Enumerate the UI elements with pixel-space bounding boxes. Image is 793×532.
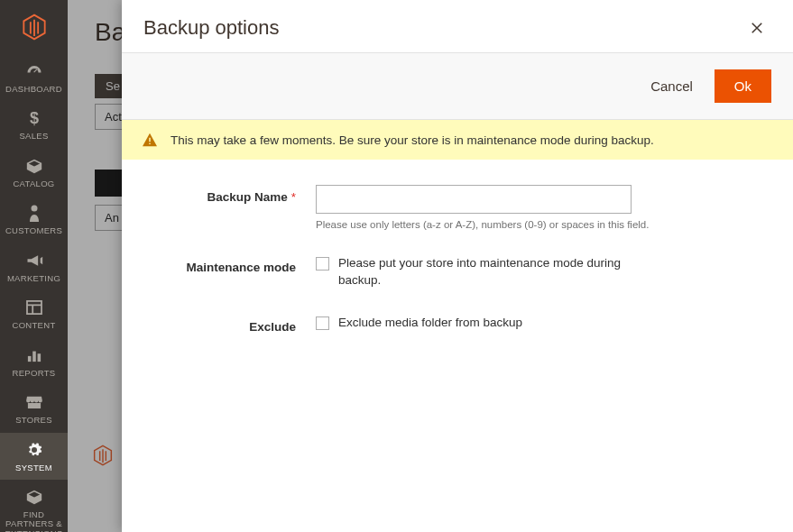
nav-label: REPORTS xyxy=(10,369,59,378)
ok-button[interactable]: Ok xyxy=(715,69,771,103)
warning-text: This may take a few moments. Be sure you… xyxy=(171,133,654,147)
close-icon xyxy=(749,20,765,36)
close-button[interactable] xyxy=(748,19,766,37)
svg-rect-7 xyxy=(37,353,41,362)
svg-rect-5 xyxy=(27,356,31,362)
nav-label: CUSTOMERS xyxy=(3,226,65,235)
nav-label: FIND PARTNERS & EXTENSIONS xyxy=(0,510,68,532)
nav-label: MARKETING xyxy=(5,274,63,283)
svg-text:$: $ xyxy=(29,109,38,127)
cancel-button[interactable]: Cancel xyxy=(645,71,698,101)
maintenance-checkbox-label: Please put your store into maintenance m… xyxy=(338,255,627,289)
nav-label: CONTENT xyxy=(9,321,58,330)
required-star: * xyxy=(291,190,296,204)
gear-icon xyxy=(26,440,42,460)
dashboard-icon xyxy=(25,61,43,81)
row-exclude: Exclude Exclude media folder from backup xyxy=(158,315,757,334)
backup-name-input[interactable] xyxy=(316,185,632,214)
nav-label: CATALOG xyxy=(10,179,57,188)
nav-label: DASHBOARD xyxy=(3,85,65,94)
layout-icon xyxy=(26,298,42,317)
partners-icon xyxy=(25,487,43,507)
nav-customers[interactable]: CUSTOMERS xyxy=(0,196,68,243)
nav-label: STORES xyxy=(13,416,55,425)
backup-name-note: Please use only letters (a-z or A-Z), nu… xyxy=(316,219,659,230)
svg-rect-6 xyxy=(32,351,36,362)
admin-sidebar: DASHBOARD $ SALES CATALOG CUSTOMERS MARK… xyxy=(0,0,68,532)
row-maintenance: Maintenance mode Please put your store i… xyxy=(158,255,757,289)
row-backup-name: Backup Name* Please use only letters (a-… xyxy=(158,185,757,230)
nav-system[interactable]: SYSTEM xyxy=(0,433,68,480)
nav-partners[interactable]: FIND PARTNERS & EXTENSIONS xyxy=(0,480,68,532)
exclude-checkbox[interactable] xyxy=(316,316,329,330)
nav-label: SYSTEM xyxy=(13,463,55,472)
nav-catalog[interactable]: CATALOG xyxy=(0,149,68,196)
box-icon xyxy=(25,156,43,176)
warning-banner: This may take a few moments. Be sure you… xyxy=(122,120,793,160)
modal-header: Backup options xyxy=(122,0,793,52)
nav-content[interactable]: CONTENT xyxy=(0,290,68,337)
warning-icon xyxy=(142,133,158,147)
modal-title: Backup options xyxy=(143,16,279,40)
modal-toolbar: Cancel Ok xyxy=(122,52,793,120)
label-backup-name: Backup Name* xyxy=(158,185,316,204)
svg-point-1 xyxy=(31,206,37,212)
magento-logo[interactable] xyxy=(0,0,68,54)
dollar-icon: $ xyxy=(28,108,41,128)
bar-chart-icon xyxy=(26,345,42,365)
label-maintenance: Maintenance mode xyxy=(158,255,316,274)
nav-reports[interactable]: REPORTS xyxy=(0,338,68,385)
backup-options-modal: Backup options Cancel Ok This may take a… xyxy=(122,0,793,532)
nav-stores[interactable]: STORES xyxy=(0,385,68,432)
person-icon xyxy=(28,203,41,223)
store-icon xyxy=(25,392,43,412)
label-exclude: Exclude xyxy=(158,315,316,334)
svg-rect-2 xyxy=(27,301,41,314)
exclude-checkbox-label: Exclude media folder from backup xyxy=(338,315,522,332)
megaphone-icon xyxy=(25,251,43,271)
nav-marketing[interactable]: MARKETING xyxy=(0,243,68,290)
nav-dashboard[interactable]: DASHBOARD xyxy=(0,54,68,101)
nav-sales[interactable]: $ SALES xyxy=(0,101,68,148)
nav-label: SALES xyxy=(16,132,51,141)
form-body: Backup Name* Please use only letters (a-… xyxy=(122,160,793,377)
maintenance-checkbox[interactable] xyxy=(316,257,329,271)
